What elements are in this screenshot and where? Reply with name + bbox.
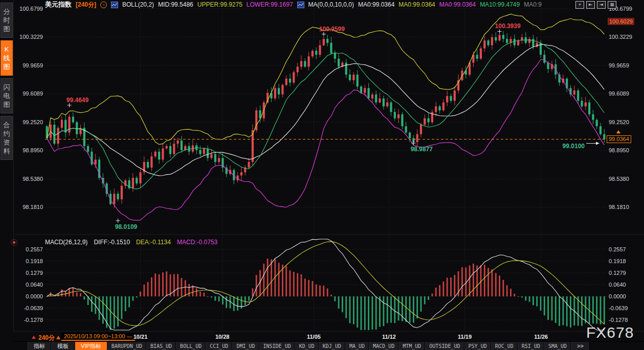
macd-histogram-bar <box>143 285 145 296</box>
y-axis-label: 99.2520 <box>609 119 629 125</box>
sidebar-tab-contract-info[interactable]: 合约资料 <box>1 116 13 160</box>
scroll-marker-icon[interactable] <box>32 336 36 339</box>
toolbar-button-指标[interactable]: 指标 <box>28 342 51 350</box>
toolbar-button--[interactable]: >> <box>571 342 590 350</box>
period-label[interactable]: [240分] <box>76 1 96 9</box>
candle-body <box>169 146 171 154</box>
macd-histogram-bar <box>592 296 594 323</box>
toolbar-button-cci-ud[interactable]: CCI_UD <box>206 342 232 350</box>
candle-body <box>285 79 287 85</box>
macd-histogram-bar <box>439 285 440 296</box>
macd-axis-label: 0.1279 <box>26 270 43 276</box>
macd-histogram-bar <box>207 296 209 297</box>
export-icon[interactable]: ⊞ <box>608 1 616 9</box>
boll-mid-value: MID:99.5486 <box>158 1 193 8</box>
candle-body <box>113 194 115 204</box>
toolbar-button-mtm-ud[interactable]: MTM_UD <box>398 342 425 350</box>
candle-body <box>297 67 299 73</box>
toolbar-button-kdj-ud[interactable]: KDJ_UD <box>319 342 345 350</box>
candle-body <box>304 61 306 67</box>
macd-axis-label: 0.1918 <box>26 258 43 264</box>
high-annotation: 99.4649 <box>66 97 89 104</box>
macd-histogram-bar <box>173 274 175 296</box>
left-tab-bar: 分时图K线图闪电图合约资料 <box>0 0 14 350</box>
candle-body <box>364 88 366 92</box>
chart-header: 美元指数 [240分] − BOLL(20,2) MID:99.5486 UPP… <box>45 1 542 9</box>
move-icon[interactable]: + <box>575 1 584 9</box>
toolbar-button-inside-ud[interactable]: INSIDE_UD <box>259 342 295 350</box>
current-price-box: 99.0364 <box>607 135 631 143</box>
candle-body <box>450 96 452 101</box>
low-annotation: 99.0100 <box>563 143 585 150</box>
chart-canvas[interactable]: 100.6799100.6799100.3229100.322999.96599… <box>0 0 644 350</box>
macd-axis-label: 0.0000 <box>609 293 626 299</box>
high-annotation: 100.3599 <box>319 26 345 33</box>
macd-histogram-bar <box>375 296 377 330</box>
toolbar-button-macd-ud[interactable]: MACD_UD <box>369 342 398 350</box>
macd-histogram-bar <box>435 288 437 296</box>
macd-histogram-bar <box>181 278 183 296</box>
sidebar-tab-flash-chart[interactable]: 闪电图 <box>1 78 13 113</box>
ma-value: MA10:99.4749 <box>480 1 520 8</box>
candle-body <box>162 149 164 160</box>
ma-indicator-icon[interactable] <box>297 2 304 8</box>
candle-body <box>585 102 587 106</box>
macd-histogram-bar <box>604 296 605 324</box>
macd-histogram-bar <box>387 296 388 323</box>
candle-body <box>199 150 201 154</box>
candle-body <box>517 40 519 45</box>
macd-histogram-bar <box>147 282 149 296</box>
macd-histogram-bar <box>570 296 571 328</box>
candle-body <box>506 39 508 43</box>
boll-indicator-icon[interactable] <box>111 2 118 8</box>
candle-body <box>323 39 325 45</box>
toolbar-button-dmi-ud[interactable]: DMI_UD <box>232 342 259 350</box>
y-axis-label: 100.6799 <box>19 6 43 12</box>
macd-header: MACD(26,12,9) DIFF:-0.1510 DEA:-0.1134 M… <box>45 239 217 246</box>
candle-body <box>357 75 359 86</box>
toolbar-button-psy-ud[interactable]: PSY_UD <box>464 342 491 350</box>
y-axis-label: 100.3229 <box>19 34 43 40</box>
y-axis-label: 98.8950 <box>609 147 629 153</box>
collapse-icon[interactable]: − <box>100 2 107 8</box>
toolbar-button-roc-ud[interactable]: ROC_UD <box>491 342 518 350</box>
candle-body <box>117 194 119 199</box>
toolbar-button-vip指标[interactable]: VIP指标 <box>75 342 107 350</box>
macd-histogram-bar <box>473 264 474 296</box>
x-axis-tick: 10/21 <box>134 334 148 340</box>
toolbar-button-barupdn-ud[interactable]: BARUPDN_UD <box>107 342 146 350</box>
toolbar-button-模板[interactable]: 模板 <box>51 342 75 350</box>
toolbar-button-boll-ud[interactable]: BOLL_UD <box>176 342 206 350</box>
sidebar-tab-time-chart[interactable]: 分时图 <box>1 3 13 38</box>
candle-body <box>483 40 485 49</box>
toolbar-button-sma-ud[interactable]: SMA_UD <box>544 342 571 350</box>
macd-histogram-bar <box>323 286 324 296</box>
macd-histogram-bar <box>114 296 115 329</box>
macd-histogram-bar <box>248 296 250 301</box>
macd-histogram-bar <box>162 272 164 296</box>
macd-histogram-bar <box>154 273 156 296</box>
macd-histogram-bar <box>256 275 257 296</box>
toolbar-button-bias-ud[interactable]: BIAS_UD <box>146 342 176 350</box>
candle-body <box>442 102 445 110</box>
candle-body <box>439 106 441 110</box>
candle-body <box>368 88 370 98</box>
trading-app-window: 100.6799100.6799100.3229100.322999.96599… <box>0 0 644 350</box>
toolbar-button-ma-ud[interactable]: MA_UD <box>345 342 369 350</box>
y-axis-label: 99.6089 <box>23 90 43 97</box>
pan-left-icon[interactable]: ⇤ <box>586 1 595 9</box>
macd-histogram-bar <box>544 296 545 315</box>
candle-body <box>487 40 490 45</box>
macd-histogram-bar <box>76 292 78 296</box>
sidebar-tab-kline-chart[interactable]: K线图 <box>1 40 13 76</box>
macd-settings-icon[interactable] <box>11 239 17 246</box>
candle-body <box>207 149 209 158</box>
x-axis-tick: 11/12 <box>382 334 396 340</box>
toolbar-button-outside-ud[interactable]: OUTSIDE_UD <box>425 342 464 350</box>
candle-body <box>319 45 321 55</box>
toolbar-button-kd-ud[interactable]: KD_UD <box>295 342 319 350</box>
pan-right-icon[interactable]: ⇥ <box>597 1 606 9</box>
toolbar-button-rsi-ud[interactable]: RSI_UD <box>518 342 544 350</box>
boll-lower-line <box>47 60 605 221</box>
macd-histogram-bar <box>252 288 254 296</box>
